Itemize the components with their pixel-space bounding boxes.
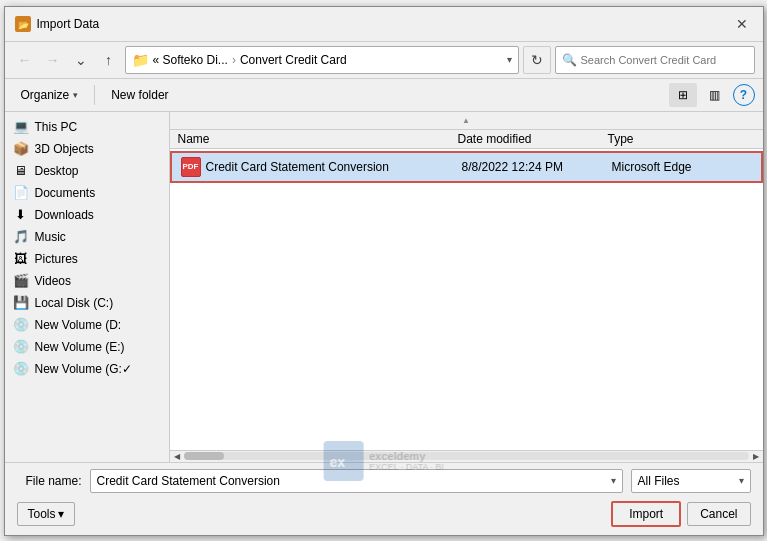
back-button[interactable]: ← bbox=[13, 48, 37, 72]
sidebar-label-music: Music bbox=[35, 230, 66, 244]
search-bar[interactable]: 🔍 bbox=[555, 46, 755, 74]
svg-text:📂: 📂 bbox=[18, 19, 29, 30]
local-disk-c-icon: 💾 bbox=[13, 295, 29, 311]
file-name-cell: Credit Card Statement Conversion bbox=[206, 160, 462, 174]
sidebar-item-local-disk-c[interactable]: 💾 Local Disk (C:) bbox=[5, 292, 169, 314]
file-icon: PDF bbox=[180, 157, 202, 177]
search-input[interactable] bbox=[581, 54, 748, 66]
breadcrumb[interactable]: 📁 « Softeko Di... › Convert Credit Card … bbox=[125, 46, 519, 74]
breadcrumb-folder-icon: 📁 bbox=[132, 52, 149, 68]
sidebar-item-desktop[interactable]: 🖥 Desktop bbox=[5, 160, 169, 182]
file-name-dropdown-button[interactable]: ▾ bbox=[611, 475, 616, 486]
breadcrumb-separator: › bbox=[232, 53, 236, 67]
sidebar-item-new-volume-d[interactable]: 💿 New Volume (D: bbox=[5, 314, 169, 336]
desktop-icon: 🖥 bbox=[13, 163, 29, 179]
help-button[interactable]: ? bbox=[733, 84, 755, 106]
breadcrumb-part1: « Softeko Di... bbox=[153, 53, 228, 67]
sidebar-item-videos[interactable]: 🎬 Videos bbox=[5, 270, 169, 292]
sidebar-item-new-volume-g[interactable]: 💿 New Volume (G:✓ bbox=[5, 358, 169, 380]
sort-arrow: ▲ bbox=[462, 116, 470, 125]
3d-objects-icon: 📦 bbox=[13, 141, 29, 157]
view-pane-button[interactable]: ▥ bbox=[701, 83, 729, 107]
file-type-label: All Files bbox=[638, 474, 735, 488]
sidebar-label-new-volume-d: New Volume (D: bbox=[35, 318, 122, 332]
new-volume-e-icon: 💿 bbox=[13, 339, 29, 355]
tools-dropdown-arrow: ▾ bbox=[58, 507, 64, 521]
recent-button[interactable]: ⌄ bbox=[69, 48, 93, 72]
sidebar-label-new-volume-e: New Volume (E:) bbox=[35, 340, 125, 354]
new-volume-g-icon: 💿 bbox=[13, 361, 29, 377]
sidebar: 💻 This PC 📦 3D Objects 🖥 Desktop 📄 Docum… bbox=[5, 112, 170, 462]
dialog-icon: 📂 bbox=[15, 16, 31, 32]
sidebar-label-this-pc: This PC bbox=[35, 120, 78, 134]
file-name-input-wrap[interactable]: ▾ bbox=[90, 469, 623, 493]
scroll-left-button[interactable]: ◀ bbox=[172, 452, 182, 461]
sidebar-item-music[interactable]: 🎵 Music bbox=[5, 226, 169, 248]
tools-button[interactable]: Tools ▾ bbox=[17, 502, 75, 526]
forward-button[interactable]: → bbox=[41, 48, 65, 72]
table-row[interactable]: PDF Credit Card Statement Conversion 8/8… bbox=[170, 151, 763, 183]
file-type-dropdown-arrow[interactable]: ▾ bbox=[739, 475, 744, 486]
sidebar-label-desktop: Desktop bbox=[35, 164, 79, 178]
sidebar-label-pictures: Pictures bbox=[35, 252, 78, 266]
documents-icon: 📄 bbox=[13, 185, 29, 201]
sidebar-item-documents[interactable]: 📄 Documents bbox=[5, 182, 169, 204]
sidebar-label-documents: Documents bbox=[35, 186, 96, 200]
organize-label: Organize bbox=[21, 88, 70, 102]
organize-dropdown-arrow: ▾ bbox=[73, 90, 78, 100]
file-date-cell: 8/8/2022 12:24 PM bbox=[462, 160, 612, 174]
toolbar: Organize ▾ New folder ⊞ ▥ ? bbox=[5, 79, 763, 112]
breadcrumb-dropdown[interactable]: ▾ bbox=[507, 54, 512, 65]
pane-icon: ▥ bbox=[709, 88, 720, 102]
title-bar-left: 📂 Import Data bbox=[15, 16, 100, 32]
dialog-title: Import Data bbox=[37, 17, 100, 31]
column-type-header[interactable]: Type bbox=[608, 132, 755, 146]
sidebar-item-this-pc[interactable]: 💻 This PC bbox=[5, 116, 169, 138]
sidebar-label-local-disk-c: Local Disk (C:) bbox=[35, 296, 114, 310]
sidebar-label-videos: Videos bbox=[35, 274, 71, 288]
close-button[interactable]: ✕ bbox=[731, 13, 753, 35]
search-icon: 🔍 bbox=[562, 53, 577, 67]
file-name-label: File name: bbox=[17, 474, 82, 488]
bottom-bar: File name: ▾ All Files ▾ Tools ▾ Import … bbox=[5, 462, 763, 535]
refresh-button[interactable]: ↻ bbox=[523, 46, 551, 74]
sidebar-item-pictures[interactable]: 🖼 Pictures bbox=[5, 248, 169, 270]
file-name-row: File name: ▾ All Files ▾ bbox=[17, 469, 751, 493]
sidebar-label-new-volume-g: New Volume (G:✓ bbox=[35, 362, 132, 376]
horizontal-scrollbar: ◀ ▶ bbox=[170, 450, 763, 462]
column-date-header[interactable]: Date modified bbox=[458, 132, 608, 146]
new-volume-d-icon: 💿 bbox=[13, 317, 29, 333]
column-name-header[interactable]: Name bbox=[178, 132, 458, 146]
pdf-icon: PDF bbox=[181, 157, 201, 177]
sidebar-item-downloads[interactable]: ⬇ Downloads bbox=[5, 204, 169, 226]
pictures-icon: 🖼 bbox=[13, 251, 29, 267]
downloads-icon: ⬇ bbox=[13, 207, 29, 223]
organize-button[interactable]: Organize ▾ bbox=[13, 85, 87, 105]
import-button[interactable]: Import bbox=[611, 501, 681, 527]
sidebar-label-downloads: Downloads bbox=[35, 208, 94, 222]
music-icon: 🎵 bbox=[13, 229, 29, 245]
scroll-thumb bbox=[184, 452, 224, 460]
new-folder-label: New folder bbox=[111, 88, 168, 102]
cancel-button[interactable]: Cancel bbox=[687, 502, 750, 526]
sidebar-item-3d-objects[interactable]: 📦 3D Objects bbox=[5, 138, 169, 160]
sidebar-item-new-volume-e[interactable]: 💿 New Volume (E:) bbox=[5, 336, 169, 358]
action-row: Tools ▾ Import Cancel bbox=[17, 499, 751, 529]
file-type-cell: Microsoft Edge bbox=[612, 160, 753, 174]
scroll-track[interactable] bbox=[184, 452, 749, 460]
view-icons-button[interactable]: ⊞ bbox=[669, 83, 697, 107]
this-pc-icon: 💻 bbox=[13, 119, 29, 135]
view-icon: ⊞ bbox=[678, 88, 688, 102]
file-type-select[interactable]: All Files ▾ bbox=[631, 469, 751, 493]
videos-icon: 🎬 bbox=[13, 273, 29, 289]
file-sort-header[interactable]: ▲ bbox=[170, 112, 763, 130]
toolbar-divider bbox=[94, 85, 95, 105]
toolbar-right: ⊞ ▥ ? bbox=[669, 83, 755, 107]
file-name-input[interactable] bbox=[97, 474, 611, 488]
file-area: ▲ Name Date modified Type PDF Credit Car… bbox=[170, 112, 763, 462]
new-folder-button[interactable]: New folder bbox=[103, 85, 176, 105]
scroll-right-button[interactable]: ▶ bbox=[751, 452, 761, 461]
up-button[interactable]: ↑ bbox=[97, 48, 121, 72]
breadcrumb-part2: Convert Credit Card bbox=[240, 53, 347, 67]
title-bar: 📂 Import Data ✕ bbox=[5, 7, 763, 42]
